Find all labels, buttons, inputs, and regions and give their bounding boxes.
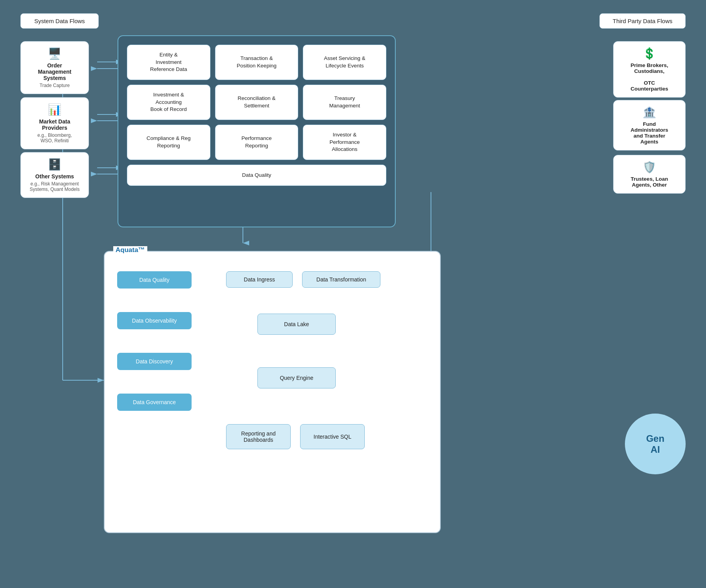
- aq-data-governance: Data Governance: [117, 394, 192, 411]
- asset-servicing-cell: Asset Servicing &Lifecycle Events: [303, 45, 386, 80]
- reconciliation-cell: Reconciliation &Settlement: [215, 85, 299, 120]
- other-systems-box: 🗄️ Other Systems e.g., Risk Management S…: [20, 152, 89, 198]
- gen-ai-circle: Gen AI: [625, 414, 686, 474]
- aq-query-engine: Query Engine: [257, 367, 336, 388]
- aq-data-quality: Data Quality: [117, 271, 192, 289]
- trustees-icon: 🛡️: [620, 161, 679, 174]
- performance-reporting-cell: PerformanceReporting: [215, 125, 299, 160]
- market-data-subtitle: e.g., Bloomberg, WSO, Refiniti: [27, 132, 82, 143]
- other-systems-icon: 🗄️: [27, 158, 82, 171]
- investment-accounting-cell: Investment &AccountingBook of Record: [127, 85, 210, 120]
- system-data-flows-label: System Data Flows: [20, 13, 99, 29]
- aq-data-discovery: Data Discovery: [117, 353, 192, 370]
- other-systems-title: Other Systems: [27, 173, 82, 180]
- compliance-cell: Compliance & RegReporting: [127, 125, 210, 160]
- prime-brokers-title: Prime Brokers, Custodians, OTC Counterpa…: [620, 62, 679, 92]
- trustees-title: Trustees, Loan Agents, Other: [620, 176, 679, 188]
- aquata-box: Aquata™ Data Quality Data Observability …: [104, 251, 441, 533]
- aq-data-ingress: Data Ingress: [226, 271, 293, 288]
- transaction-position-cell: Transaction &Position Keeping: [215, 45, 299, 80]
- other-systems-subtitle: e.g., Risk Management Systems, Quant Mod…: [27, 181, 82, 192]
- trustees-box: 🛡️ Trustees, Loan Agents, Other: [613, 155, 686, 194]
- main-dark-box: Entity &InvestmentReference Data Transac…: [118, 35, 396, 227]
- aq-data-transformation: Data Transformation: [302, 271, 380, 288]
- entity-investment-cell: Entity &InvestmentReference Data: [127, 45, 210, 80]
- fund-admin-icon: 🏦: [620, 106, 679, 119]
- aq-data-observability: Data Observability: [117, 312, 192, 329]
- aq-interactive-sql: Interactive SQL: [300, 424, 365, 449]
- fund-admin-box: 🏦 Fund Administrators and Transfer Agent…: [613, 100, 686, 151]
- order-mgmt-title: Order Management Systems: [27, 62, 82, 81]
- order-management-box: 🖥️ Order Management Systems Trade Captur…: [20, 41, 89, 94]
- order-mgmt-subtitle: Trade Capture: [27, 83, 82, 88]
- market-data-box: 📊 Market Data Providers e.g., Bloomberg,…: [20, 97, 89, 149]
- fund-admin-title: Fund Administrators and Transfer Agents: [620, 121, 679, 145]
- prime-brokers-icon: 💲: [620, 47, 679, 60]
- market-data-icon: 📊: [27, 103, 82, 116]
- investor-performance-cell: Investor &PerformanceAllocations: [303, 125, 386, 160]
- aq-reporting-dashboards: Reporting andDashboards: [226, 424, 291, 449]
- data-quality-main-cell: Data Quality: [127, 165, 386, 186]
- market-data-title: Market Data Providers: [27, 118, 82, 131]
- order-mgmt-icon: 🖥️: [27, 47, 82, 60]
- prime-brokers-box: 💲 Prime Brokers, Custodians, OTC Counter…: [613, 41, 686, 98]
- treasury-mgmt-cell: TreasuryManagement: [303, 85, 386, 120]
- aquata-label: Aquata™: [113, 246, 147, 254]
- third-party-data-flows-label: Third Party Data Flows: [599, 13, 686, 29]
- aq-data-lake: Data Lake: [257, 314, 336, 335]
